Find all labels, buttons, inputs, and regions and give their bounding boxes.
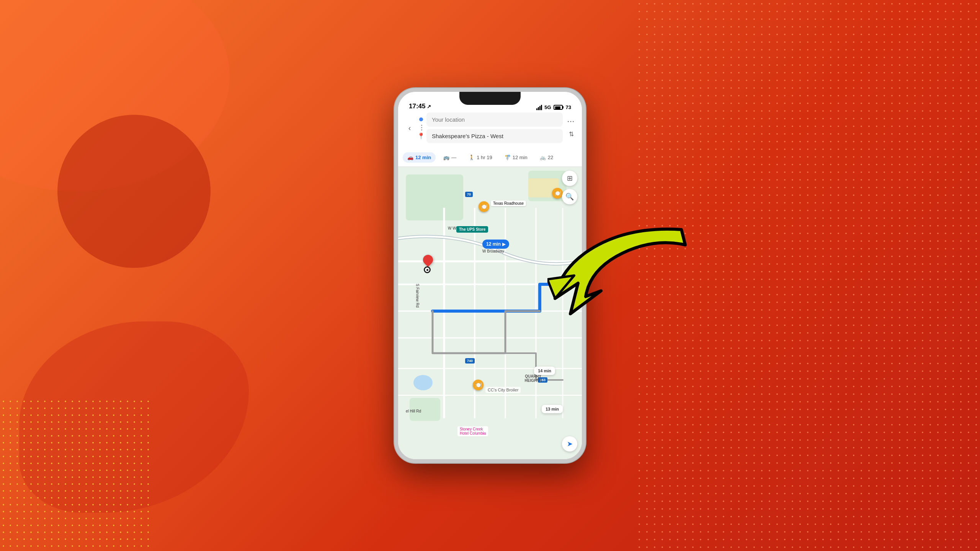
- dots-pattern-left: [0, 398, 153, 551]
- origin-pin: [423, 255, 433, 265]
- status-time: 17:45 ↗: [409, 103, 431, 110]
- ups-store-label: The UPS Store: [456, 226, 488, 233]
- car-icon: 🚗: [407, 155, 413, 160]
- network-type: 5G: [544, 104, 551, 110]
- search-button[interactable]: 🔍: [562, 189, 577, 204]
- poi-dona[interactable]: 🍽️: [552, 188, 563, 199]
- nav-top-row: ‹ 📍: [403, 112, 577, 143]
- red-pin: [421, 253, 435, 267]
- search-icon: 🔍: [565, 192, 574, 201]
- battery-body: [554, 105, 563, 110]
- route-time-label: 12 min: [486, 241, 501, 247]
- poi-cc-broiler[interactable]: 🍽️: [473, 380, 483, 390]
- alt-time-2: 13 min: [546, 407, 559, 411]
- location-icon: ➤: [567, 440, 573, 448]
- route-dots: [421, 123, 422, 132]
- signal-bar-4: [541, 105, 542, 110]
- dest-icon: 📍: [419, 134, 423, 139]
- destination-input[interactable]: [426, 129, 563, 143]
- transit-icon: 🚌: [443, 155, 449, 160]
- battery-fill: [555, 106, 560, 109]
- transport-ride[interactable]: 🚏 12 min: [500, 152, 532, 163]
- poi-texas-roadhouse[interactable]: 🍽️: [479, 201, 489, 212]
- more-options-button[interactable]: ···: [566, 116, 577, 127]
- road-label-fairview: S Fairview Rd: [415, 284, 420, 308]
- location-arrow-icon: ↗: [427, 104, 431, 109]
- cc-broiler-label: CC's City Broiler: [485, 387, 521, 393]
- road-label-hill: el Hill Rd: [406, 409, 421, 413]
- layers-button[interactable]: ⊞: [562, 171, 577, 186]
- route-navigate-icon: ▶: [502, 242, 505, 247]
- signal-bar-1: [536, 108, 537, 110]
- phone-wrapper: 17:45 ↗ 5G: [394, 88, 586, 463]
- layers-icon: ⊞: [567, 174, 573, 183]
- alt-time-1: 14 min: [538, 368, 551, 373]
- signal-bars: [536, 105, 542, 110]
- origin-input[interactable]: [426, 112, 563, 127]
- stoney-creek-label: Stoney CreekHotel Columbia: [457, 426, 488, 436]
- road-label-broadway: W Broadway: [482, 249, 504, 253]
- location-inputs: [426, 112, 563, 143]
- transit-label: —: [451, 155, 456, 160]
- origin-target: [424, 266, 431, 273]
- transport-driving[interactable]: 🚗 12 min: [403, 152, 436, 163]
- battery-percent: 73: [566, 104, 571, 110]
- driving-time: 12 min: [415, 155, 431, 160]
- target-dot: [426, 269, 428, 271]
- origin-dot: [419, 117, 423, 121]
- route-time-bubble[interactable]: 12 min ▶: [482, 240, 509, 249]
- map-controls: ⊞ 🔍: [562, 171, 577, 204]
- status-right: 5G 73: [536, 104, 571, 110]
- texas-roadhouse-label: Texas Roadhouse: [491, 201, 526, 206]
- highway-70-badge: 70: [465, 192, 473, 197]
- phone-notch: [459, 92, 521, 105]
- walk-time: 1 hr 19: [477, 155, 492, 160]
- signal-bar-3: [539, 106, 541, 110]
- highway-740-badge: 740: [465, 358, 475, 364]
- bike-icon: 🚲: [540, 155, 546, 160]
- transport-cycling[interactable]: 🚲 22: [535, 152, 558, 163]
- signal-bar-2: [538, 107, 539, 110]
- quarry-heights-label: QUARRYHEIGHTS: [525, 374, 542, 383]
- bike-time: 22: [548, 155, 553, 160]
- alt-route-2-bubble[interactable]: 13 min: [542, 405, 563, 413]
- swap-directions-button[interactable]: ⇅: [566, 129, 577, 139]
- transport-bar[interactable]: 🚗 12 min 🚌 — 🚶 1 hr 19 🚏 12 min 🚲: [398, 149, 582, 167]
- ride-icon: 🚏: [505, 155, 511, 160]
- yellow-arrow: [547, 222, 693, 331]
- time-display: 17:45: [409, 103, 425, 110]
- ride-time: 12 min: [513, 155, 528, 160]
- alt-route-1-bubble[interactable]: 14 min: [534, 367, 555, 375]
- transport-transit[interactable]: 🚌 —: [439, 152, 461, 163]
- transport-walking[interactable]: 🚶 1 hr 19: [464, 152, 497, 163]
- walk-icon: 🚶: [469, 155, 475, 160]
- target-circle: [424, 266, 431, 273]
- my-location-button[interactable]: ➤: [562, 436, 577, 452]
- back-button[interactable]: ‹: [403, 122, 416, 134]
- battery-icon: [554, 105, 564, 110]
